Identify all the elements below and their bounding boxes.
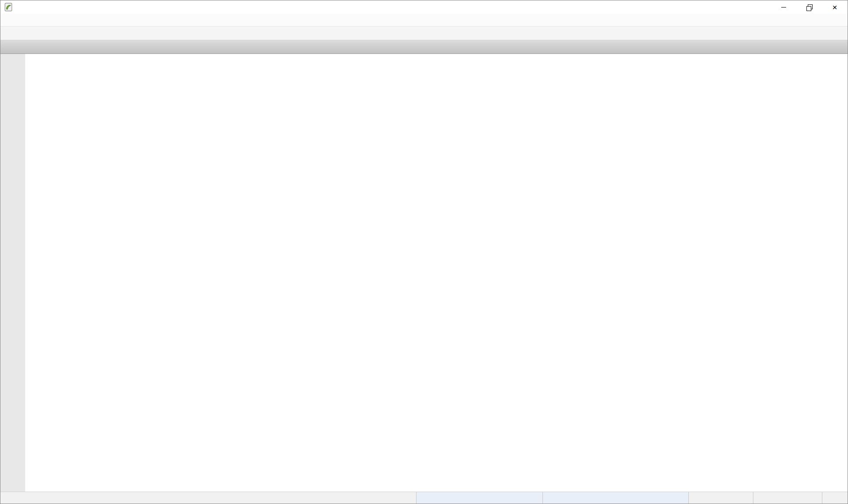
menu-bar [0, 14, 848, 26]
status-length-lines [416, 492, 542, 504]
status-eol-format[interactable] [688, 492, 753, 504]
status-encoding[interactable] [753, 492, 822, 504]
close-button[interactable]: × [822, 0, 848, 14]
editor [0, 54, 848, 492]
close-icon: × [832, 3, 837, 11]
status-insert-mode[interactable] [822, 492, 848, 504]
status-bar [0, 492, 848, 504]
status-cursor-position [542, 492, 688, 504]
restore-button[interactable] [796, 0, 822, 14]
minimize-button[interactable] [771, 0, 796, 14]
fold-margin [25, 54, 41, 492]
toolbar [0, 26, 848, 40]
line-number-margin [0, 54, 25, 492]
tab-scroll-left-button[interactable] [830, 43, 837, 51]
tab-scroll-buttons [830, 43, 846, 51]
tab-scroll-right-button[interactable] [839, 43, 846, 51]
text-area[interactable] [41, 54, 848, 492]
notepad-plus-plus-window: × [0, 0, 848, 504]
notepad-plus-plus-icon [4, 3, 13, 11]
title-bar: × [0, 0, 848, 14]
status-doc-type [0, 492, 416, 504]
tab-bar [0, 40, 848, 54]
window-controls: × [771, 0, 848, 14]
